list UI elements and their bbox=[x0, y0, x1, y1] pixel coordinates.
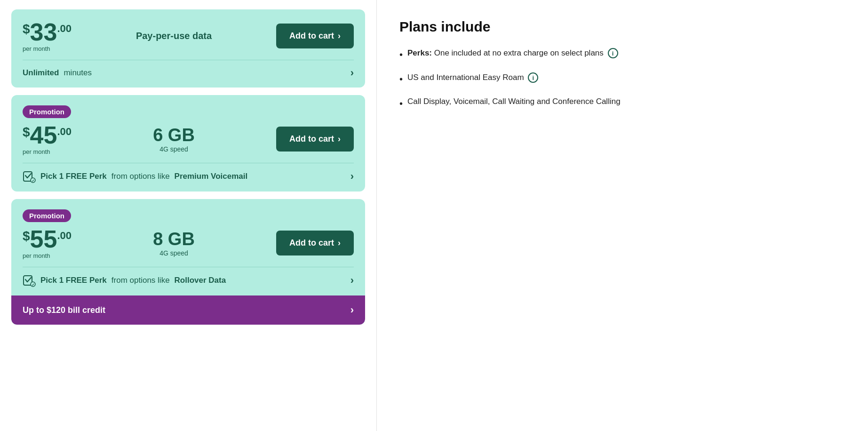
plans-include-item-perks: • Perks: One included at no extra charge… bbox=[399, 48, 845, 61]
card-main-33: $ 33 .00 per month Pay-per-use data Add … bbox=[11, 9, 365, 60]
plans-include-item-calling: • Call Display, Voicemail, Call Waiting … bbox=[399, 97, 845, 110]
data-amount-45: 6 GB bbox=[153, 125, 195, 145]
price-block-45: $ 45 .00 per month bbox=[23, 123, 72, 155]
card-main-55: Promotion $ 55 .00 per month 8 GB 4G spe… bbox=[11, 199, 365, 267]
perk-bold-55: Pick 1 FREE Perk bbox=[40, 276, 107, 285]
minutes-label: minutes bbox=[64, 68, 92, 78]
price-line-55: $ 55 .00 bbox=[23, 227, 72, 251]
chevron-right-icon-45: › bbox=[338, 134, 341, 144]
bottom-text-45: ✓ Pick 1 FREE Perk from options like Pre… bbox=[23, 170, 247, 183]
chevron-right-icon-55: › bbox=[338, 238, 341, 248]
unlimited-label: Unlimited bbox=[23, 68, 59, 78]
svg-text:✓: ✓ bbox=[32, 283, 35, 287]
card-main-45: Promotion $ 45 .00 per month 6 GB 4G spe… bbox=[11, 95, 365, 163]
price-amount-33: 33 bbox=[30, 20, 57, 44]
bottom-chevron-45: › bbox=[350, 170, 354, 183]
add-to-cart-button-45[interactable]: Add to cart › bbox=[276, 127, 354, 152]
perk-bold-45: Pick 1 FREE Perk bbox=[40, 172, 107, 181]
pay-per-use-text: Pay-per-use data bbox=[136, 31, 212, 41]
perk-highlight-45: Premium Voicemail bbox=[175, 172, 248, 181]
bottom-chevron-33: › bbox=[350, 67, 354, 79]
card-bottom-55[interactable]: ✓ Pick 1 FREE Perk from options like Rol… bbox=[11, 267, 365, 295]
data-label-33: Pay-per-use data bbox=[136, 31, 212, 41]
bill-credit-text: Up to $120 bill credit bbox=[23, 305, 105, 315]
chevron-right-icon: › bbox=[338, 31, 341, 41]
data-speed-45: 4G speed bbox=[159, 145, 188, 153]
left-panel: $ 33 .00 per month Pay-per-use data Add … bbox=[0, 0, 376, 431]
perks-text: Perks: One included at no extra charge o… bbox=[407, 48, 618, 58]
plans-include-title: Plans include bbox=[399, 19, 845, 35]
svg-text:✓: ✓ bbox=[32, 179, 35, 183]
perk-middle-45: from options like bbox=[111, 172, 170, 181]
plan-card-55: Promotion $ 55 .00 per month 8 GB 4G spe… bbox=[11, 199, 365, 325]
bill-credit-banner[interactable]: Up to $120 bill credit › bbox=[11, 295, 365, 325]
price-dollar-55: $ bbox=[23, 229, 30, 244]
right-panel: Plans include • Perks: One included at n… bbox=[376, 0, 868, 431]
price-block-55: $ 55 .00 per month bbox=[23, 227, 72, 259]
add-to-cart-button-33[interactable]: Add to cart › bbox=[276, 24, 354, 48]
price-line-45: $ 45 .00 bbox=[23, 123, 72, 147]
data-amount-55: 8 GB bbox=[153, 229, 195, 249]
price-line-33: $ 33 .00 bbox=[23, 20, 72, 44]
card-bottom-33[interactable]: Unlimited minutes › bbox=[11, 60, 365, 88]
price-dollar-45: $ bbox=[23, 125, 30, 140]
price-cents-55: .00 bbox=[57, 230, 72, 242]
perk-icon-55: ✓ bbox=[23, 274, 36, 287]
price-period-33: per month bbox=[23, 45, 72, 52]
data-block-55: 8 GB 4G speed bbox=[153, 229, 195, 257]
promotion-badge-55: Promotion bbox=[23, 209, 354, 227]
perk-middle-55: from options like bbox=[111, 276, 170, 285]
add-to-cart-button-55[interactable]: Add to cart › bbox=[276, 231, 354, 255]
card-top-55: $ 55 .00 per month 8 GB 4G speed Add to … bbox=[23, 227, 354, 259]
price-period-55: per month bbox=[23, 252, 72, 259]
plan-card-33: $ 33 .00 per month Pay-per-use data Add … bbox=[11, 9, 365, 88]
card-top-33: $ 33 .00 per month Pay-per-use data Add … bbox=[23, 20, 354, 52]
promotion-label-45: Promotion bbox=[23, 105, 71, 118]
roam-label: US and International Easy Roam bbox=[407, 73, 524, 82]
add-to-cart-label-33: Add to cart bbox=[289, 31, 334, 41]
card-top-45: $ 45 .00 per month 6 GB 4G speed Add to … bbox=[23, 123, 354, 155]
price-amount-55: 55 bbox=[30, 227, 57, 251]
bullet-1: • bbox=[399, 48, 403, 61]
data-speed-55: 4G speed bbox=[159, 249, 188, 257]
data-block-45: 6 GB 4G speed bbox=[153, 125, 195, 153]
plan-card-45: Promotion $ 45 .00 per month 6 GB 4G spe… bbox=[11, 95, 365, 192]
promotion-label-55: Promotion bbox=[23, 209, 71, 222]
perk-highlight-55: Rollover Data bbox=[175, 276, 226, 285]
price-cents-33: .00 bbox=[57, 23, 72, 35]
price-cents-45: .00 bbox=[57, 126, 72, 138]
bullet-2: • bbox=[399, 72, 403, 86]
price-block-33: $ 33 .00 per month bbox=[23, 20, 72, 52]
perk-icon-45: ✓ bbox=[23, 170, 36, 183]
price-period-45: per month bbox=[23, 148, 72, 155]
plans-include-list: • Perks: One included at no extra charge… bbox=[399, 48, 845, 110]
add-to-cart-label-45: Add to cart bbox=[289, 134, 334, 144]
perks-bold: Perks: bbox=[407, 48, 432, 57]
card-bottom-45[interactable]: ✓ Pick 1 FREE Perk from options like Pre… bbox=[11, 163, 365, 192]
bill-credit-chevron-icon: › bbox=[350, 304, 354, 316]
promotion-badge-45: Promotion bbox=[23, 105, 354, 123]
bottom-text-55: ✓ Pick 1 FREE Perk from options like Rol… bbox=[23, 274, 226, 287]
calling-text: Call Display, Voicemail, Call Waiting an… bbox=[407, 97, 621, 106]
price-dollar-33: $ bbox=[23, 22, 30, 37]
bottom-chevron-55: › bbox=[350, 274, 354, 287]
plans-include-item-roam: • US and International Easy Roam i bbox=[399, 72, 845, 86]
bullet-3: • bbox=[399, 97, 403, 110]
bottom-text-33: Unlimited minutes bbox=[23, 68, 92, 78]
roam-text: US and International Easy Roam i bbox=[407, 72, 538, 83]
roam-info-icon[interactable]: i bbox=[528, 72, 538, 83]
price-amount-45: 45 bbox=[30, 123, 57, 147]
perks-info-icon[interactable]: i bbox=[608, 48, 618, 58]
perks-rest: One included at no extra charge on selec… bbox=[434, 48, 604, 57]
add-to-cart-label-55: Add to cart bbox=[289, 238, 334, 248]
